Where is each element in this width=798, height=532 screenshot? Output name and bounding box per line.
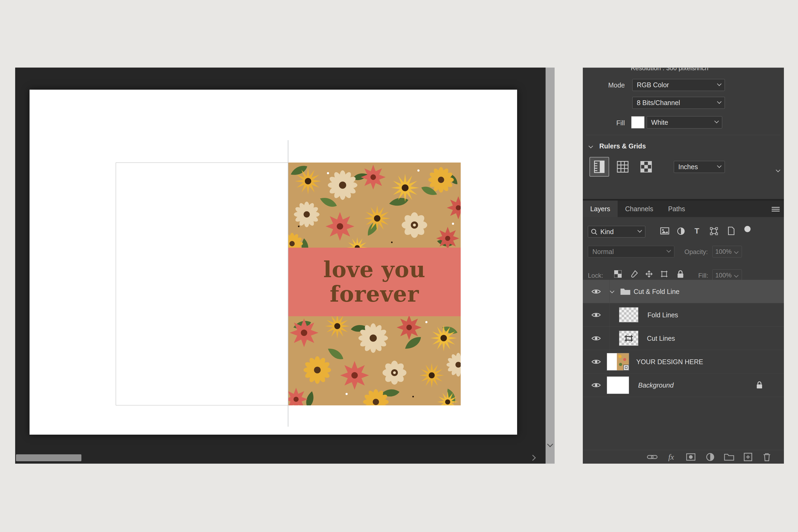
units-dropdown[interactable]: Inches [674,161,725,173]
fill-label: Fill [583,119,625,127]
new-group-button[interactable] [724,452,735,462]
scroll-right-icon[interactable] [530,455,536,461]
shape-frame-icon [710,227,718,235]
lock-transparency-icon [614,270,622,278]
layer-fill-value[interactable]: 100% [712,269,742,281]
scroll-down-icon[interactable] [547,441,553,448]
layer-fill-label: Fill: [698,272,708,279]
eye-icon [591,359,601,365]
add-layer-mask-button[interactable] [685,452,696,462]
filter-pixel-layers-button[interactable] [660,227,669,236]
vertical-scrollbar[interactable] [546,68,555,464]
lock-label: Lock: [588,272,603,279]
document-canvas[interactable]: love you forever [30,90,517,435]
link-layers-button[interactable] [647,452,658,462]
panel-scroll-chevron-icon[interactable] [776,168,780,172]
chevron-down-icon [717,81,722,86]
layer-name[interactable]: Fold Lines [647,311,678,319]
mode-label: Mode [583,81,625,89]
delete-layer-button[interactable] [762,452,772,462]
desktop: love you forever Resolution : 300 pixels… [0,0,798,532]
opacity-value[interactable]: 100% [712,246,742,258]
card-floral-artwork[interactable]: love you forever [288,163,461,405]
horizontal-scrollbar-thumb[interactable] [16,454,81,461]
layer-style-button[interactable]: fx [666,452,677,462]
brush-icon [630,270,638,278]
mode-dropdown[interactable]: RGB Color [632,79,725,91]
smart-object-page-icon [728,227,735,235]
kind-filter-dropdown[interactable]: Kind [588,226,645,238]
layer-thumbnail[interactable] [619,307,639,322]
layer-row-background[interactable]: Background [583,374,784,397]
grid-toggle-button[interactable] [613,157,632,177]
lock-position-button[interactable] [645,270,653,279]
new-adjustment-layer-button[interactable] [705,452,716,462]
visibility-toggle[interactable] [583,303,610,326]
tab-channels[interactable]: Channels [618,201,661,217]
trash-icon [763,452,771,462]
crop-marks-icon [624,335,633,342]
eye-icon [591,382,601,388]
card-text-line1: love you [323,258,425,282]
layer-name[interactable]: Cut & Fold Line [633,288,679,295]
visibility-toggle[interactable] [583,280,610,303]
transparency-toggle-button[interactable] [636,157,656,177]
fill-color-swatch[interactable] [631,116,645,129]
filter-toggle-button[interactable] [743,225,752,234]
properties-panel: Resolution : 300 pixels/inch Mode RGB Co… [583,68,784,199]
photoshop-window: love you forever [15,68,555,464]
eye-icon [591,288,601,295]
filter-toggle-icon [743,225,752,233]
layer-row-fold-lines[interactable]: Fold Lines [583,303,784,327]
panel-menu-icon[interactable] [772,207,780,208]
bit-depth-dropdown[interactable]: 8 Bits/Channel [632,97,725,109]
lock-transparency-button[interactable] [614,270,622,279]
padlock-icon [677,270,684,278]
layer-thumbnail[interactable] [619,331,639,346]
card-message-band: love you forever [288,248,461,316]
background-lock-icon[interactable] [756,381,763,390]
layer-name[interactable]: Cut Lines [647,334,675,342]
layer-name[interactable]: YOUR DESIGN HERE [636,358,703,365]
card-blank-half[interactable] [116,163,288,405]
lock-pixels-button[interactable] [630,270,638,279]
tab-layers[interactable]: Layers [583,201,618,217]
adjustment-circle-icon [677,227,685,235]
layers-panel: Layers Channels Paths Kind [583,201,784,464]
section-collapse-icon[interactable] [589,144,593,148]
visibility-toggle[interactable] [583,327,610,350]
folder-icon [724,453,734,461]
lock-artboard-button[interactable] [661,270,668,279]
filter-smart-objects-button[interactable] [728,227,735,236]
filter-shape-layers-button[interactable] [710,227,718,236]
grid-icon [617,161,629,173]
layers-bottom-toolbar: fx [583,450,784,464]
filter-type-layers-button[interactable]: T [695,227,699,235]
layer-row-cut-lines[interactable]: Cut Lines [583,327,784,350]
fill-dropdown[interactable]: White [647,116,722,129]
tab-paths[interactable]: Paths [661,201,693,217]
visibility-toggle[interactable] [583,374,610,397]
ruler-toggle-button[interactable] [589,157,609,177]
canvas-pasteboard[interactable]: love you forever [15,68,546,464]
lock-all-button[interactable] [677,270,684,279]
move-icon [645,270,653,278]
chevron-down-icon [717,163,722,168]
eye-icon [591,335,601,342]
visibility-toggle[interactable] [583,350,610,373]
rulers-grids-title: Rulers & Grids [599,142,646,150]
layer-row-design[interactable]: YOUR DESIGN HERE [583,350,784,374]
filter-adjustment-layers-button[interactable] [677,227,685,236]
vertical-guide[interactable] [288,140,288,427]
layer-name[interactable]: Background [638,381,673,389]
chevron-down-icon [715,119,719,124]
group-expand-icon[interactable] [610,289,614,293]
new-layer-button[interactable] [743,452,753,462]
layer-row-group[interactable]: Cut & Fold Line [583,280,784,303]
blend-mode-dropdown[interactable]: Normal [588,246,674,258]
search-icon [591,228,598,235]
layer-thumbnail[interactable] [607,376,629,394]
horizontal-scrollbar[interactable] [15,452,546,464]
layer-mask-icon [686,453,696,461]
layer-thumbnail-smart-object[interactable] [607,353,629,370]
